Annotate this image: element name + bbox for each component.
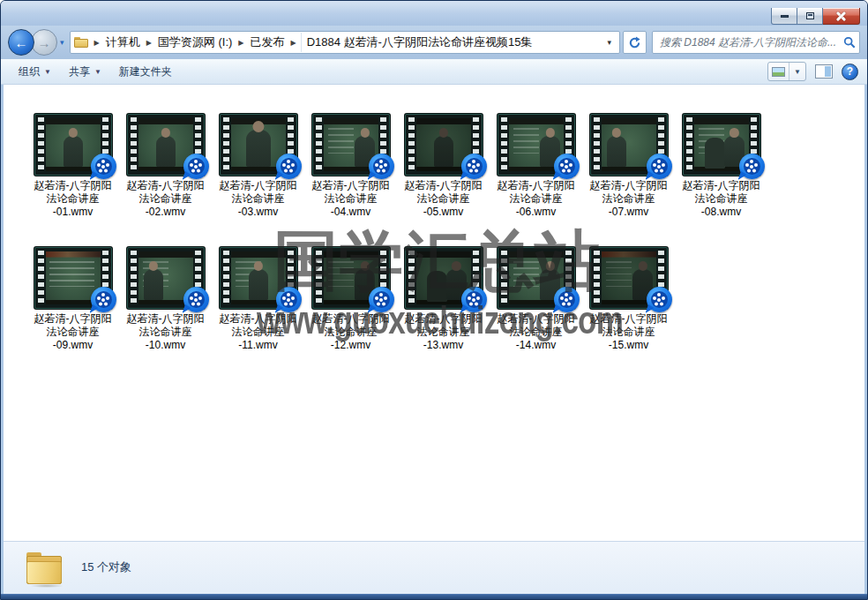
file-name: 赵若清-八字阴阳法论命讲座-14.wmv (498, 312, 575, 352)
breadcrumb-separator-icon: ▶ (90, 39, 104, 47)
file-name: 赵若清-八字阴阳法论命讲座-12.wmv (312, 312, 390, 352)
close-button[interactable] (823, 8, 860, 25)
navigation-bar: ← → ▾ ▶ 计算机 ▶ 国学资源网 (I:) ▶ 已发布 ▶ D1884 赵… (1, 26, 867, 59)
forward-button[interactable]: → (31, 29, 57, 56)
file-name: 赵若清-八字阴阳法论命讲座-05.wmv (405, 179, 483, 219)
video-player-badge-icon (183, 287, 209, 312)
maximize-icon (806, 12, 814, 19)
file-item[interactable]: 赵若清-八字阴阳法论命讲座-08.wmv (675, 114, 767, 247)
file-item[interactable]: 赵若清-八字阴阳法论命讲座-11.wmv (212, 247, 304, 380)
folder-icon (74, 37, 88, 48)
share-button[interactable]: 共享▼ (60, 61, 110, 83)
video-player-badge-icon (461, 154, 487, 179)
video-player-badge-icon (91, 287, 116, 312)
video-thumbnail[interactable] (498, 247, 575, 309)
views-thumbnail-icon (768, 63, 789, 80)
file-item[interactable]: 赵若清-八字阴阳法论命讲座-01.wmv (26, 114, 119, 247)
minimize-button[interactable] (771, 8, 797, 25)
refresh-icon (628, 36, 641, 49)
close-icon (836, 12, 846, 20)
file-name: 赵若清-八字阴阳法论命讲座-02.wmv (127, 179, 205, 219)
file-item[interactable]: 赵若清-八字阴阳法论命讲座-06.wmv (490, 114, 582, 247)
video-thumbnail[interactable] (312, 247, 390, 309)
file-name: 赵若清-八字阴阳法论命讲座-01.wmv (34, 179, 112, 219)
file-item[interactable]: 赵若清-八字阴阳法论命讲座-14.wmv (490, 247, 582, 380)
item-count: 15 个对象 (81, 559, 131, 575)
refresh-button[interactable] (623, 31, 647, 54)
breadcrumb-item-published[interactable]: 已发布 (249, 33, 287, 52)
video-thumbnail[interactable] (127, 247, 205, 309)
breadcrumb-item-computer[interactable]: 计算机 (104, 33, 142, 52)
breadcrumb-item-drive[interactable]: 国学资源网 (I:) (156, 33, 235, 52)
address-bar[interactable]: ▶ 计算机 ▶ 国学资源网 (I:) ▶ 已发布 ▶ D1884 赵若清-八字阴… (70, 31, 620, 54)
file-item[interactable]: 赵若清-八字阴阳法论命讲座-02.wmv (119, 114, 212, 247)
video-thumbnail[interactable] (220, 114, 297, 176)
file-item[interactable]: 赵若清-八字阴阳法论命讲座-12.wmv (304, 247, 397, 380)
chevron-down-icon[interactable]: ▼ (789, 63, 805, 80)
search-input[interactable] (660, 36, 843, 49)
video-player-badge-icon (91, 154, 116, 179)
video-player-badge-icon (647, 287, 672, 312)
video-player-badge-icon (554, 287, 580, 312)
chevron-down-icon: ▼ (44, 68, 51, 76)
file-name: 赵若清-八字阴阳法论命讲座-06.wmv (498, 179, 575, 219)
toolbar-right-group: ▼ ? (767, 62, 858, 81)
status-bar: 15 个对象 (4, 541, 864, 594)
file-name: 赵若清-八字阴阳法论命讲座-08.wmv (683, 179, 760, 219)
video-thumbnail[interactable] (683, 114, 760, 176)
file-list-area: 赵若清-八字阴阳法论命讲座-01.wmv 赵若清-八字阴阳法论命讲座-02.wm… (4, 85, 864, 541)
video-player-badge-icon (461, 287, 487, 312)
help-button[interactable]: ? (842, 64, 858, 80)
window-controls (771, 8, 860, 25)
video-player-badge-icon (554, 154, 580, 179)
address-dropdown-icon[interactable]: ▾ (601, 38, 617, 47)
file-name: 赵若清-八字阴阳法论命讲座-15.wmv (590, 312, 668, 352)
video-thumbnail[interactable] (34, 114, 112, 176)
video-thumbnail[interactable] (590, 114, 668, 176)
video-thumbnail[interactable] (127, 114, 205, 176)
video-player-badge-icon (276, 287, 302, 312)
file-name: 赵若清-八字阴阳法论命讲座-03.wmv (220, 179, 297, 219)
video-player-badge-icon (276, 154, 302, 179)
file-item[interactable]: 赵若清-八字阴阳法论命讲座-07.wmv (582, 114, 675, 247)
explorer-window: ← → ▾ ▶ 计算机 ▶ 国学资源网 (I:) ▶ 已发布 ▶ D1884 赵… (0, 0, 868, 600)
video-thumbnail[interactable] (590, 247, 668, 309)
file-item[interactable]: 赵若清-八字阴阳法论命讲座-05.wmv (397, 114, 490, 247)
change-view-button[interactable]: ▼ (767, 62, 806, 81)
file-name: 赵若清-八字阴阳法论命讲座-10.wmv (127, 312, 205, 352)
video-player-badge-icon (739, 154, 765, 179)
file-item[interactable]: 赵若清-八字阴阳法论命讲座-15.wmv (582, 247, 675, 380)
window-bottom-frame (1, 594, 867, 600)
breadcrumb-separator-icon: ▶ (287, 39, 301, 47)
chevron-down-icon: ▼ (94, 68, 101, 76)
file-item[interactable]: 赵若清-八字阴阳法论命讲座-13.wmv (397, 247, 490, 380)
maximize-button[interactable] (797, 8, 823, 25)
file-item[interactable]: 赵若清-八字阴阳法论命讲座-10.wmv (119, 247, 212, 380)
command-toolbar: 组织▼ 共享▼ 新建文件夹 ▼ ? (1, 59, 867, 85)
file-name: 赵若清-八字阴阳法论命讲座-04.wmv (312, 179, 390, 219)
video-player-badge-icon (369, 154, 394, 179)
video-thumbnail[interactable] (498, 114, 575, 176)
search-icon (843, 36, 856, 49)
back-button[interactable]: ← (8, 29, 34, 56)
video-thumbnail[interactable] (220, 247, 297, 309)
file-item[interactable]: 赵若清-八字阴阳法论命讲座-03.wmv (212, 114, 304, 247)
video-thumbnail[interactable] (405, 114, 483, 176)
file-name: 赵若清-八字阴阳法论命讲座-11.wmv (220, 312, 297, 352)
file-name: 赵若清-八字阴阳法论命讲座-07.wmv (590, 179, 668, 219)
breadcrumb-separator-icon: ▶ (234, 39, 248, 47)
file-item[interactable]: 赵若清-八字阴阳法论命讲座-04.wmv (304, 114, 397, 247)
search-box[interactable] (652, 31, 860, 54)
video-thumbnail[interactable] (312, 114, 390, 176)
breadcrumb-item-current-folder[interactable]: D1884 赵若清-八字阴阳法论命讲座视频15集 (301, 33, 602, 52)
organize-button[interactable]: 组织▼ (10, 61, 60, 83)
file-name: 赵若清-八字阴阳法论命讲座-09.wmv (34, 312, 112, 352)
recent-pages-dropdown[interactable]: ▾ (60, 38, 64, 47)
video-thumbnail[interactable] (34, 247, 112, 309)
video-thumbnail[interactable] (405, 247, 483, 309)
file-item[interactable]: 赵若清-八字阴阳法论命讲座-09.wmv (26, 247, 119, 380)
title-bar (1, 1, 867, 26)
preview-pane-button[interactable] (815, 64, 833, 79)
new-folder-button[interactable]: 新建文件夹 (110, 61, 181, 83)
folder-icon (26, 552, 62, 584)
